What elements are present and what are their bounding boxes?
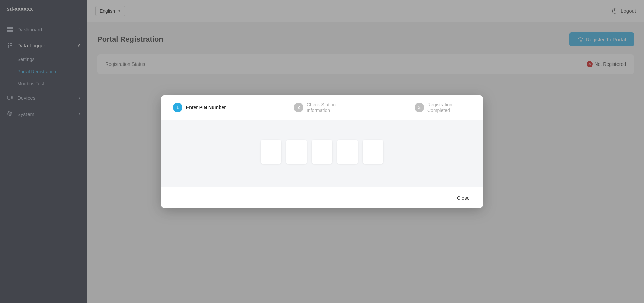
step-2: 2 Check Station Information	[294, 102, 350, 113]
step-2-circle: 2	[294, 103, 303, 112]
pin-input-1[interactable]	[261, 140, 281, 164]
step-3-label: Registration Completed	[427, 102, 471, 113]
modal-steps: 1 Enter PIN Number 2 Check Station Infor…	[161, 95, 483, 120]
modal-body	[161, 120, 483, 187]
step-1: 1 Enter PIN Number	[173, 103, 229, 112]
step-line-2	[354, 107, 411, 107]
step-2-label: Check Station Information	[307, 102, 350, 113]
step-line-1	[233, 107, 290, 107]
pin-input-5[interactable]	[363, 140, 383, 164]
close-button[interactable]: Close	[453, 193, 474, 203]
pin-input-3[interactable]	[312, 140, 332, 164]
step-1-label: Enter PIN Number	[186, 105, 226, 110]
pin-input-2[interactable]	[286, 140, 307, 164]
step-3: 3 Registration Completed	[415, 102, 471, 113]
pin-input-4[interactable]	[337, 140, 358, 164]
pin-inputs	[261, 140, 383, 164]
step-1-circle: 1	[173, 103, 182, 112]
modal: 1 Enter PIN Number 2 Check Station Infor…	[161, 95, 483, 208]
modal-footer: Close	[161, 187, 483, 208]
step-3-circle: 3	[415, 103, 424, 112]
modal-overlay[interactable]: 1 Enter PIN Number 2 Check Station Infor…	[0, 0, 644, 303]
